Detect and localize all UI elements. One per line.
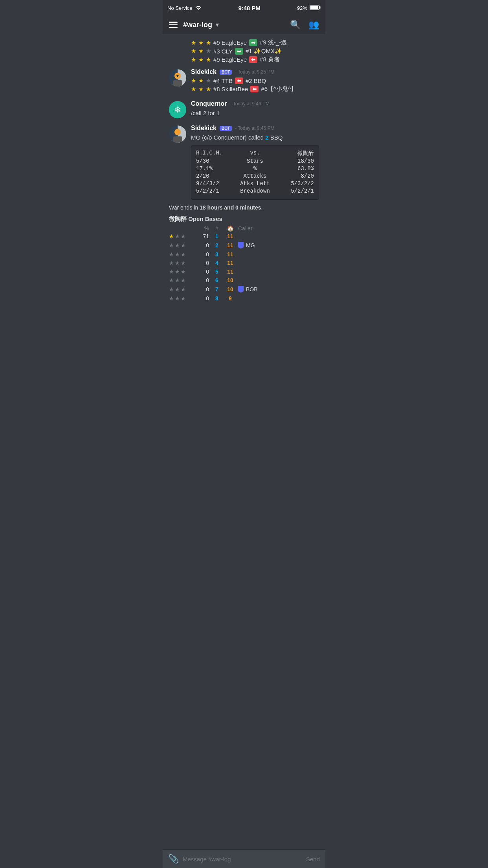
star-empty-icon: ★ xyxy=(181,242,186,248)
stars-display: ★ ★ ★ xyxy=(169,277,193,283)
base-caller: BOB xyxy=(238,286,319,293)
star-icon: ★ xyxy=(169,233,174,239)
attack-direction-icon: ➡ xyxy=(249,39,257,46)
message-time: - Today at 9:25 PM xyxy=(235,69,275,75)
star-filled: ★ xyxy=(191,77,196,84)
dropdown-chevron-icon[interactable]: ▼ xyxy=(215,22,220,28)
star-empty-icon: ★ xyxy=(169,251,174,257)
war-results-continuation: ★ ★ ★ #9 EagleEye ➡ #9 浅-_-遇 ★ ★ ★ #3 CL… xyxy=(163,38,325,65)
star-filled: ★ xyxy=(198,48,204,55)
base-home: 11 xyxy=(225,268,236,275)
status-bar: No Service 9:48 PM 92% xyxy=(163,0,325,16)
star-filled: ★ xyxy=(206,39,211,46)
base-num: 5 xyxy=(211,268,222,275)
stars-display: ★ ★ ★ xyxy=(169,268,193,275)
svg-text:❄: ❄ xyxy=(174,105,181,115)
star-empty-icon: ★ xyxy=(169,277,174,283)
nav-right: 🔍 👥 xyxy=(290,20,319,30)
avatar xyxy=(169,69,186,86)
right-breakdown: 5/2/2/1 xyxy=(279,188,314,194)
message-group: ❄ Conquernor - Today at 9:46 PM /call 2 … xyxy=(163,97,325,121)
nav-bar: #war-log ▼ 🔍 👥 xyxy=(163,16,325,34)
hamburger-menu[interactable] xyxy=(169,22,178,28)
defender-text: #1 ✨QMX✨ xyxy=(246,48,282,55)
star-empty-icon: ★ xyxy=(181,277,186,283)
svg-rect-2 xyxy=(310,6,318,9)
search-icon[interactable]: 🔍 xyxy=(290,20,301,30)
star-empty: ★ xyxy=(206,77,211,84)
base-num: 3 xyxy=(211,251,222,257)
message-content: Sidekick BOT - Today at 9:46 PM MG (c/o … xyxy=(191,125,319,200)
svg-rect-14 xyxy=(173,136,182,143)
star-filled: ★ xyxy=(206,56,211,63)
message-text: MG (c/o Conquernor) called 2 BBQ xyxy=(191,133,319,142)
message-header: Conquernor - Today at 9:46 PM xyxy=(191,100,319,107)
scoreboard-header-row: R.I.C.H. vs. 微陶醉 xyxy=(196,150,314,157)
open-bases-row: ★ ★ ★ 0 4 11 xyxy=(169,260,319,266)
attacker-text: #4 TTB xyxy=(213,77,233,84)
svg-rect-1 xyxy=(319,6,321,9)
star-filled: ★ xyxy=(198,39,204,46)
stars-display: ★ ★ ★ xyxy=(169,233,193,239)
scoreboard-pct-row: 17.1% % 63.8% xyxy=(196,166,314,172)
war-result-row: ★ ★ ★ #9 EagleEye ⬅ #8 勇者 xyxy=(191,56,319,63)
star-filled: ★ xyxy=(198,77,204,84)
star-filled: ★ xyxy=(191,39,196,46)
star-empty-icon: ★ xyxy=(181,251,186,257)
chat-area: ★ ★ ★ #9 EagleEye ➡ #9 浅-_-遇 ★ ★ ★ #3 CL… xyxy=(163,34,325,337)
base-num: 7 xyxy=(211,286,222,292)
channel-name[interactable]: #war-log ▼ xyxy=(183,21,220,29)
war-result-row: ★ ★ ★ #8 SkillerBee ⬅ #6【^小鬼^】 xyxy=(191,85,319,93)
scoreboard-atksleft-row: 9/4/3/2 Atks Left 5/3/2/2 xyxy=(196,180,314,187)
stars-display: ★ ★ ★ xyxy=(169,295,193,302)
right-clan-name: 微陶醉 xyxy=(279,150,314,157)
svg-point-13 xyxy=(174,129,181,135)
right-attacks: 8/20 xyxy=(279,173,314,179)
base-num: 6 xyxy=(211,277,222,283)
base-pct: 0 xyxy=(195,251,209,257)
war-result-row: ★ ★ ★ #4 TTB ⬅ #2 BBQ xyxy=(191,77,319,84)
left-pct: 17.1% xyxy=(196,166,231,172)
attack-direction-icon: ⬅ xyxy=(235,77,243,84)
caller-column-header: Caller xyxy=(238,225,319,232)
scoreboard-stars-row: 5/30 Stars 18/30 xyxy=(196,158,314,164)
caller-name: MG xyxy=(246,242,255,248)
star-empty-icon: ★ xyxy=(169,260,174,266)
left-breakdown: 5/2/2/1 xyxy=(196,188,231,194)
war-result-row: ★ ★ ★ #9 EagleEye ➡ #9 浅-_-遇 xyxy=(191,39,319,46)
base-pct: 0 xyxy=(195,268,209,275)
num-column-header: # xyxy=(211,225,222,232)
base-caller: MG xyxy=(238,242,319,249)
left-stars: 5/30 xyxy=(196,158,231,164)
base-home: 11 xyxy=(225,242,236,248)
star-empty-icon: ★ xyxy=(169,242,174,248)
base-num: 8 xyxy=(211,295,222,302)
status-time: 9:48 PM xyxy=(238,5,261,11)
base-pct: 0 xyxy=(195,260,209,266)
message-author: Sidekick xyxy=(191,68,216,75)
attacker-text: #3 CLY xyxy=(213,48,233,55)
stars-label: Stars xyxy=(231,158,279,164)
star-filled: ★ xyxy=(191,56,196,63)
star-empty-icon: ★ xyxy=(181,295,186,302)
members-icon[interactable]: 👥 xyxy=(308,20,319,30)
star-empty-icon: ★ xyxy=(175,286,180,292)
attacks-label: Attacks xyxy=(231,173,279,179)
message-header: Sidekick BOT - Today at 9:46 PM xyxy=(191,125,319,132)
message-time: - Today at 9:46 PM xyxy=(235,125,275,131)
defender-text: #6【^小鬼^】 xyxy=(261,85,297,93)
star-empty-icon: ★ xyxy=(169,268,174,275)
message-author: Conquernor xyxy=(191,100,227,107)
star-filled: ★ xyxy=(191,86,196,93)
scoreboard: R.I.C.H. vs. 微陶醉 5/30 Stars 18/30 17.1% … xyxy=(191,145,319,200)
left-clan-name: R.I.C.H. xyxy=(196,150,231,157)
open-bases-section: 微陶醉 Open Bases % # 🏠 Caller ★ ★ ★ 71 1 1… xyxy=(163,214,325,305)
star-empty-icon: ★ xyxy=(169,295,174,302)
open-bases-row: ★ ★ ★ 0 7 10 BOB xyxy=(169,286,319,293)
message-group: Sidekick BOT - Today at 9:46 PM MG (c/o … xyxy=(163,121,325,203)
home-column-header: 🏠 xyxy=(225,225,236,232)
called-number: 2 xyxy=(265,134,268,141)
status-right: 92% xyxy=(297,5,321,11)
svg-rect-6 xyxy=(173,80,182,86)
star-empty-icon: ★ xyxy=(175,233,180,239)
